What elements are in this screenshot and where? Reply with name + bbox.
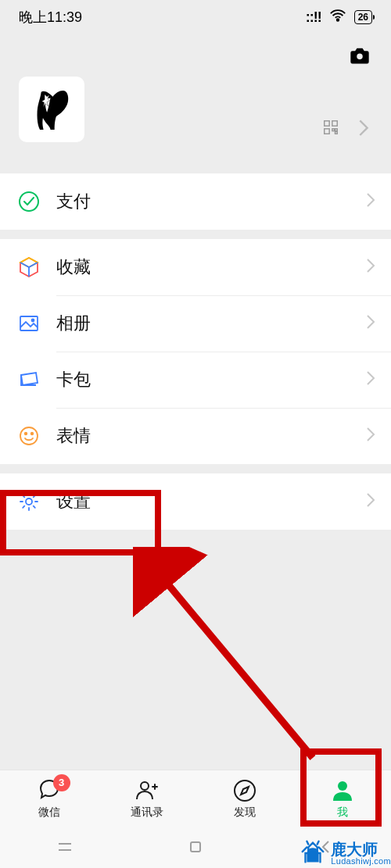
svg-rect-9: [20, 316, 38, 330]
svg-point-10: [32, 320, 34, 322]
svg-point-8: [20, 192, 38, 211]
profile-right: [322, 119, 369, 142]
chevron-right-icon: [358, 119, 369, 136]
favorites-icon: [17, 255, 41, 279]
tab-label: 通讯录: [131, 805, 163, 820]
svg-rect-6: [335, 132, 338, 134]
watermark: 鹿大师 Ludashiwj.com: [298, 838, 391, 868]
contacts-icon: [134, 777, 160, 804]
svg-point-11: [20, 427, 38, 445]
watermark-logo-icon: [298, 838, 328, 868]
nav-recent-icon[interactable]: [56, 838, 74, 856]
menu-stickers[interactable]: 表情: [0, 408, 391, 464]
chevron-right-icon: [366, 314, 375, 333]
menu-settings[interactable]: 设置: [0, 473, 391, 530]
chevron-right-icon: [366, 492, 375, 511]
svg-point-13: [31, 433, 34, 435]
tab-label: 我: [337, 805, 348, 820]
tab-me[interactable]: 我: [293, 770, 391, 826]
qr-icon[interactable]: [322, 119, 339, 136]
watermark-title: 鹿大师: [331, 841, 391, 857]
group-pay: 支付: [0, 173, 391, 230]
status-right: ::!! 26: [306, 7, 372, 28]
menu-label: 相册: [56, 312, 366, 335]
svg-point-1: [357, 53, 362, 59]
svg-point-14: [26, 498, 32, 505]
svg-point-12: [25, 433, 27, 435]
stickers-icon: [17, 424, 41, 448]
watermark-url: Ludashiwj.com: [331, 857, 391, 866]
svg-line-21: [156, 570, 313, 758]
svg-rect-2: [325, 121, 329, 126]
avatar: [19, 77, 84, 142]
camera-icon[interactable]: [349, 45, 371, 66]
menu-label: 支付: [56, 190, 366, 213]
settings-icon: [17, 490, 41, 513]
tab-label: 发现: [234, 805, 256, 820]
tab-chats[interactable]: 3 微信: [0, 770, 98, 826]
menu-favorites[interactable]: 收藏: [0, 239, 391, 295]
chevron-right-icon: [366, 258, 375, 277]
svg-rect-4: [325, 129, 329, 134]
annotation-arrow: [133, 547, 336, 773]
svg-rect-7: [335, 129, 338, 131]
discover-icon: [231, 777, 258, 804]
svg-point-0: [336, 19, 339, 21]
chevron-right-icon: [366, 427, 375, 445]
signal-icon: ::!!: [306, 9, 321, 26]
menu-label: 卡包: [56, 368, 366, 391]
tab-discover[interactable]: 发现: [196, 770, 293, 826]
chevron-right-icon: [366, 192, 375, 211]
group-settings: 设置: [0, 473, 391, 530]
pay-icon: [17, 190, 41, 213]
menu-label: 表情: [56, 424, 366, 448]
menu-label: 设置: [56, 490, 366, 513]
svg-point-16: [235, 780, 255, 801]
tab-label: 微信: [38, 805, 60, 820]
profile-row[interactable]: [0, 77, 391, 164]
menu-pay[interactable]: 支付: [0, 173, 391, 230]
menu-label: 收藏: [56, 255, 366, 279]
svg-rect-5: [332, 129, 335, 131]
tab-contacts[interactable]: 通讯录: [98, 770, 196, 826]
cards-icon: [17, 368, 41, 391]
badge: 3: [53, 774, 70, 791]
menu-cards[interactable]: 卡包: [0, 352, 391, 408]
album-icon: [17, 312, 41, 335]
tab-bar: 3 微信 通讯录 发现 我: [0, 770, 391, 826]
svg-point-15: [141, 782, 149, 790]
nav-home-icon[interactable]: [186, 838, 205, 856]
status-bar: 晚上11:39 ::!! 26: [0, 0, 391, 34]
svg-point-17: [338, 781, 347, 791]
me-icon: [329, 777, 356, 804]
chats-icon: 3: [36, 777, 63, 804]
battery-icon: 26: [354, 10, 372, 24]
status-time: 晚上11:39: [19, 8, 82, 27]
chevron-right-icon: [366, 370, 375, 389]
header-bar: [0, 34, 391, 77]
svg-rect-20: [191, 842, 200, 852]
wifi-icon: [329, 7, 346, 28]
menu-album[interactable]: 相册: [0, 295, 391, 352]
svg-rect-3: [332, 121, 337, 126]
group-collections: 收藏 相册 卡包 表情: [0, 239, 391, 464]
